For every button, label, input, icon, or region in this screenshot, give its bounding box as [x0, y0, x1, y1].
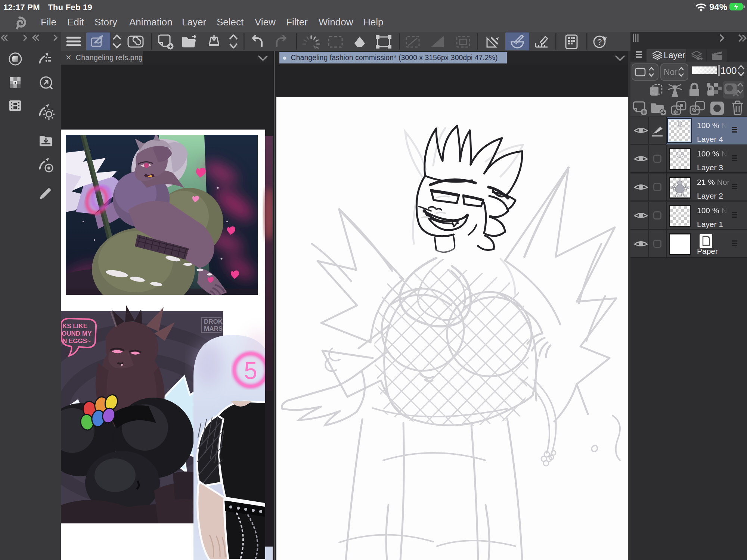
svg-text:?: ?: [597, 37, 602, 47]
svg-text:N EGGS~: N EGGS~: [62, 337, 91, 345]
svg-text:KS LIKE: KS LIKE: [62, 323, 87, 330]
svg-text:OUND MY: OUND MY: [62, 330, 92, 337]
svg-text:DROK: DROK: [204, 318, 223, 325]
svg-text:5: 5: [244, 357, 257, 384]
svg-text:MARS: MARS: [204, 325, 223, 332]
